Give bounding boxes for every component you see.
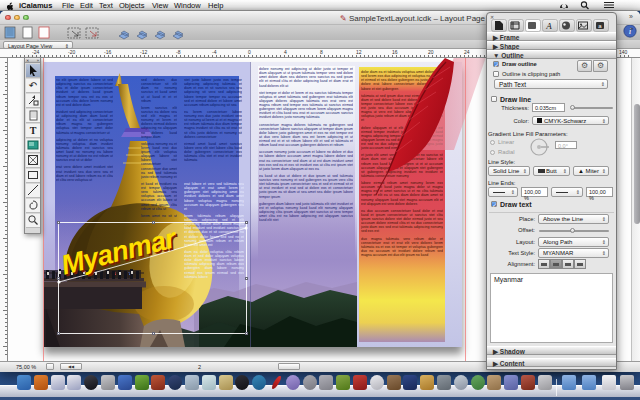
- svg-text:A: A: [545, 21, 552, 31]
